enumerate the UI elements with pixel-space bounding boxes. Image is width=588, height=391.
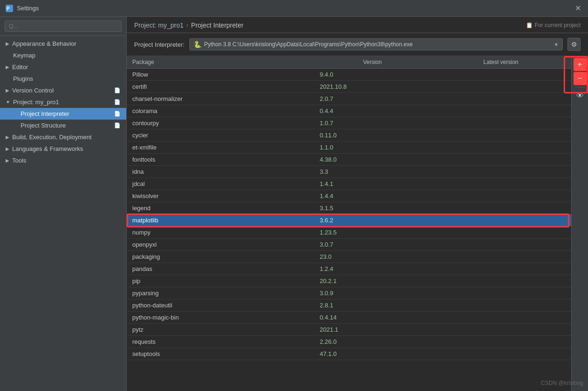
copy-icon: 📄 (114, 111, 121, 117)
remove-package-button[interactable]: − (574, 72, 587, 85)
package-latest (430, 69, 571, 81)
chevron-down-icon: ▼ (554, 42, 559, 47)
sidebar-item-label: Version Control (12, 87, 54, 94)
sidebar-item-plugins[interactable]: Plugins (0, 73, 126, 85)
close-button[interactable]: ✕ (573, 4, 582, 13)
sidebar-item-project-my-pro1[interactable]: ▼Project: my_pro1📄 (0, 96, 126, 108)
package-latest (430, 263, 571, 275)
sidebar-item-editor[interactable]: ▶Editor (0, 61, 126, 73)
table-row[interactable]: jdcal1.4.1 (127, 178, 571, 190)
interpreter-row: Project Interpreter: 🐍 Python 3.8 C:\Use… (127, 33, 588, 56)
add-package-button[interactable]: + (574, 58, 587, 71)
table-row[interactable]: python-dateutil2.8.1 (127, 299, 571, 312)
sidebar-item-languages-frameworks[interactable]: ▶Languages & Frameworks (0, 143, 126, 155)
arrow-icon: ▶ (6, 64, 9, 70)
package-name: cycler (127, 129, 314, 142)
table-row[interactable]: et-xmlfile1.1.0 (127, 142, 571, 154)
table-row[interactable]: idna3.3 (127, 166, 571, 178)
sidebar-nav: ▶Appearance & BehaviorKeymap▶EditorPlugi… (0, 36, 126, 391)
table-row[interactable]: legend3.1.5 (127, 202, 571, 214)
eye-button[interactable]: 👁 (574, 89, 587, 102)
breadcrumb-note-text: For current project (535, 22, 581, 28)
package-latest (430, 154, 571, 166)
package-name: pyparsing (127, 287, 314, 299)
sidebar-item-project-structure[interactable]: Project Structure📄 (0, 120, 126, 131)
arrow-icon: ▶ (6, 88, 9, 93)
sidebar-item-appearance[interactable]: ▶Appearance & Behavior (0, 38, 126, 50)
interpreter-dropdown[interactable]: 🐍 Python 3.8 C:\Users\krislong\AppData\L… (189, 38, 563, 50)
package-latest (430, 312, 571, 324)
package-version: 2.8.1 (314, 299, 430, 312)
package-version: 23.0 (314, 251, 430, 263)
table-row[interactable]: setuptools47.1.0 (127, 348, 571, 360)
package-latest (430, 324, 571, 336)
interpreter-settings-button[interactable]: ⚙ (567, 38, 581, 51)
package-version: 3.0.9 (314, 287, 430, 299)
table-row[interactable]: pandas1.2.4 (127, 263, 571, 275)
table-row[interactable]: fonttools4.38.0 (127, 154, 571, 166)
package-version: 2.0.7 (314, 93, 430, 105)
table-row[interactable]: packaging23.0 (127, 251, 571, 263)
arrow-icon: ▶ (6, 158, 9, 163)
table-row[interactable]: certifi2021.10.8 (127, 81, 571, 93)
col-version: Version (314, 56, 430, 69)
table-row[interactable]: python-magic-bin0.4.14 (127, 312, 571, 324)
package-version: 3.3 (314, 166, 430, 178)
sidebar-item-build-execution[interactable]: ▶Build, Execution, Deployment (0, 131, 126, 143)
table-row[interactable]: pytz2021.1 (127, 324, 571, 336)
side-buttons: + − 👁 (571, 56, 588, 391)
arrow-icon: ▶ (6, 135, 9, 140)
package-name: kiwisolver (127, 190, 314, 202)
sidebar-item-version-control[interactable]: ▶Version Control📄 (0, 85, 126, 96)
package-name: fonttools (127, 154, 314, 166)
package-version: 1.1.0 (314, 142, 430, 154)
sidebar: ▶Appearance & BehaviorKeymap▶EditorPlugi… (0, 17, 127, 391)
sidebar-item-label: Project: my_pro1 (13, 99, 59, 106)
table-container: Package Version Latest version Pillow9.4… (127, 56, 588, 391)
package-latest (430, 105, 571, 117)
title-bar-title: Settings (17, 5, 39, 12)
table-row[interactable]: matplotlib3.6.2 (127, 214, 571, 227)
package-latest (430, 239, 571, 251)
package-version: 0.11.0 (314, 129, 430, 142)
sidebar-item-keymap[interactable]: Keymap (0, 50, 126, 61)
breadcrumb-separator: › (186, 22, 188, 28)
buttons-separator (575, 87, 585, 87)
table-row[interactable]: kiwisolver1.4.4 (127, 190, 571, 202)
package-version: 3.1.5 (314, 202, 430, 214)
table-row[interactable]: numpy1.23.5 (127, 227, 571, 239)
table-row[interactable]: colorama0.4.4 (127, 105, 571, 117)
search-input[interactable] (5, 21, 122, 32)
sidebar-item-label: Project Structure (21, 122, 66, 129)
package-name: et-xmlfile (127, 142, 314, 154)
table-row[interactable]: pip20.2.1 (127, 275, 571, 287)
package-version: 2021.10.8 (314, 81, 430, 93)
table-row[interactable]: cycler0.11.0 (127, 129, 571, 142)
package-latest (430, 299, 571, 312)
table-row[interactable]: Pillow9.4.0 (127, 69, 571, 81)
package-name: charset-normalizer (127, 93, 314, 105)
package-version: 20.2.1 (314, 275, 430, 287)
package-name: pandas (127, 263, 314, 275)
eye-icon: 👁 (576, 92, 584, 100)
table-row[interactable]: openpyxl3.0.7 (127, 239, 571, 251)
table-scroll[interactable]: Package Version Latest version Pillow9.4… (127, 56, 571, 391)
package-latest (430, 287, 571, 299)
sidebar-item-project-interpreter[interactable]: Project Interpreter📄 (0, 108, 126, 120)
sidebar-item-tools[interactable]: ▶Tools (0, 155, 126, 166)
package-latest (430, 227, 571, 239)
package-version: 2.26.0 (314, 336, 430, 348)
package-name: python-magic-bin (127, 312, 314, 324)
table-row[interactable]: contourpy1.0.7 (127, 117, 571, 129)
package-latest (430, 190, 571, 202)
package-latest (430, 275, 571, 287)
copy-icon: 📄 (114, 99, 121, 105)
table-row[interactable]: pyparsing3.0.9 (127, 287, 571, 299)
table-row[interactable]: charset-normalizer2.0.7 (127, 93, 571, 105)
title-bar: P Settings ✕ (0, 0, 588, 17)
watermark: CSDN @krislong (541, 380, 583, 386)
table-row[interactable]: requests2.26.0 (127, 336, 571, 348)
sidebar-search-container (0, 17, 126, 36)
sidebar-item-label: Project Interpreter (21, 110, 69, 117)
sidebar-item-label: Editor (12, 64, 28, 71)
